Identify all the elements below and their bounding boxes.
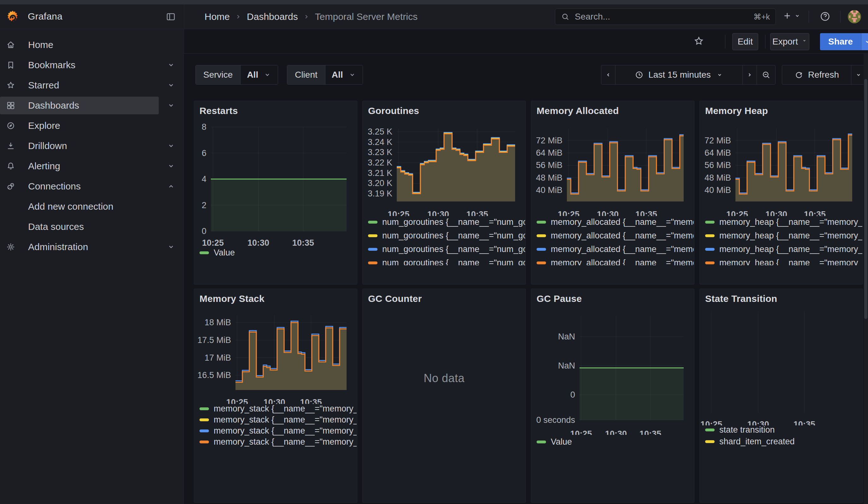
panel-title[interactable]: Memory Stack bbox=[199, 294, 265, 304]
sidebar-item-explore-link[interactable]: Explore bbox=[0, 117, 159, 134]
chart-plot[interactable]: 10:2510:3010:35NaNNaN00 seconds bbox=[531, 308, 694, 435]
legend-item[interactable]: memory_stack {__name__="memory_stack" bbox=[199, 425, 356, 436]
panel-title[interactable]: GC Pause bbox=[537, 294, 582, 304]
legend-item[interactable]: memory_allocated {__name__="memory_alloc… bbox=[537, 243, 694, 256]
refresh-button[interactable]: Refresh bbox=[782, 65, 851, 84]
legend-series-label[interactable]: memory_stack {__name__="memory_stack" bbox=[214, 437, 356, 447]
chart-plot[interactable]: 10:2510:3010:3586420 bbox=[194, 120, 357, 246]
legend-item[interactable]: memory_heap {__name__="memory_heap" bbox=[705, 229, 862, 243]
share-button[interactable]: Share bbox=[820, 33, 861, 50]
add-icon[interactable] bbox=[782, 11, 792, 21]
legend-item[interactable]: num_goroutines {__name__="num_goroutines… bbox=[368, 243, 525, 256]
legend-item[interactable]: num_goroutines {__name__="num_goroutines… bbox=[368, 256, 525, 265]
search-input[interactable] bbox=[574, 11, 749, 22]
legend-item[interactable]: shard_item_created bbox=[705, 436, 862, 448]
sidebar-item-data-sources-link[interactable]: Data sources bbox=[0, 218, 159, 236]
legend-series-label[interactable]: memory_allocated {__name__="memory_alloc… bbox=[551, 231, 694, 240]
sidebar-item-home-link[interactable]: Home bbox=[0, 36, 159, 54]
legend-item[interactable]: Value bbox=[199, 246, 356, 260]
edit-button[interactable]: Edit bbox=[732, 33, 758, 50]
filter-value-dropdown[interactable]: All bbox=[240, 65, 278, 84]
chevron-down-icon[interactable] bbox=[167, 162, 175, 171]
chart-plot[interactable]: 10:2510:3010:3572 MiB64 MiB56 MiB48 MiB4… bbox=[531, 120, 694, 216]
filter-value-dropdown[interactable]: All bbox=[326, 65, 363, 84]
legend-series-label[interactable]: Value bbox=[551, 437, 572, 447]
sidebar-item-add-new-connection-link[interactable]: Add new connection bbox=[0, 198, 159, 215]
legend-item[interactable]: memory_stack {__name__="memory_stack" bbox=[199, 403, 356, 414]
chart-plot[interactable]: 10:2510:3010:3572 MiB64 MiB56 MiB48 MiB4… bbox=[700, 120, 863, 216]
favorite-star-icon[interactable] bbox=[693, 35, 704, 47]
legend-series-label[interactable]: memory_stack {__name__="memory_stack" bbox=[214, 415, 356, 425]
sidebar-item-administration-link[interactable]: Administration bbox=[0, 238, 159, 256]
legend-series-label[interactable]: num_goroutines {__name__="num_goroutines… bbox=[382, 258, 525, 265]
chevron-up-icon[interactable] bbox=[167, 182, 175, 191]
legend-series-label[interactable]: memory_stack {__name__="memory_stack" bbox=[214, 426, 356, 436]
panel-title[interactable]: State Transition bbox=[705, 294, 777, 304]
legend-series-label[interactable]: memory_stack {__name__="memory_stack" bbox=[214, 404, 356, 414]
legend-item[interactable]: num_goroutines {__name__="num_goroutines… bbox=[368, 215, 525, 229]
legend-series-label[interactable]: memory_allocated {__name__="memory_alloc… bbox=[551, 258, 694, 265]
panel-title[interactable]: Memory Allocated bbox=[537, 105, 619, 116]
legend-item[interactable]: memory_allocated {__name__="memory_alloc… bbox=[537, 215, 694, 229]
legend-series-label[interactable]: num_goroutines {__name__="num_goroutines… bbox=[382, 231, 525, 240]
legend-series-label[interactable]: memory_allocated {__name__="memory_alloc… bbox=[551, 217, 694, 227]
panel-title[interactable]: Memory Heap bbox=[705, 105, 768, 116]
legend-series-label[interactable]: memory_allocated {__name__="memory_alloc… bbox=[551, 245, 694, 254]
legend-series-label[interactable]: memory_heap {__name__="memory_heap" bbox=[719, 217, 862, 227]
legend-series-label[interactable]: memory_heap {__name__="memory_heap" bbox=[719, 231, 862, 240]
compass-icon bbox=[6, 121, 16, 131]
sidebar-item-bookmarks-link[interactable]: Bookmarks bbox=[0, 56, 159, 74]
svg-text:40 MiB: 40 MiB bbox=[704, 185, 731, 195]
legend-item[interactable]: memory_stack {__name__="memory_stack" bbox=[199, 414, 356, 425]
search-box[interactable]: ⌘+k bbox=[555, 9, 776, 25]
avatar[interactable] bbox=[848, 10, 861, 23]
legend-item[interactable]: memory_heap {__name__="memory_heap" bbox=[705, 215, 862, 229]
sidebar-item-alerting-link[interactable]: Alerting bbox=[0, 157, 159, 175]
panel-title[interactable]: Goroutines bbox=[368, 105, 419, 116]
legend-series-label[interactable]: num_goroutines {__name__="num_goroutines… bbox=[382, 245, 525, 254]
legend-item[interactable]: memory_heap {__name__="memory_heap" bbox=[705, 256, 862, 265]
legend-item[interactable]: memory_heap {__name__="memory_heap" bbox=[705, 243, 862, 256]
export-button[interactable]: Export bbox=[770, 33, 809, 50]
time-range-picker[interactable]: Last 15 minutes bbox=[615, 65, 742, 84]
help-icon[interactable] bbox=[819, 11, 831, 22]
sidebar-item-connections-link[interactable]: Connections bbox=[0, 177, 159, 195]
breadcrumb-home[interactable]: Home bbox=[205, 11, 230, 22]
legend-item[interactable]: Value bbox=[537, 435, 694, 449]
panel-title[interactable]: Restarts bbox=[199, 105, 238, 116]
legend-item[interactable]: memory_stack {__name__="memory_stack" bbox=[199, 436, 356, 448]
chevron-down-icon[interactable] bbox=[167, 243, 175, 251]
legend-item[interactable]: num_goroutines {__name__="num_goroutines… bbox=[368, 229, 525, 243]
time-forward-button[interactable] bbox=[742, 65, 757, 84]
share-dropdown-button[interactable] bbox=[861, 33, 868, 50]
panel-memory-allocated: Memory Allocated10:2510:3010:3572 MiB64 … bbox=[531, 101, 694, 285]
legend-series-marker bbox=[368, 221, 378, 224]
legend-series-label[interactable]: shard_item_created bbox=[719, 437, 795, 446]
chevron-down-icon[interactable] bbox=[167, 142, 175, 150]
panel-title[interactable]: GC Counter bbox=[368, 294, 422, 304]
zoom-out-button[interactable] bbox=[757, 65, 775, 84]
legend-series-label[interactable]: state transition bbox=[719, 425, 775, 435]
legend-item[interactable]: memory_allocated {__name__="memory_alloc… bbox=[537, 256, 694, 265]
chevron-down-icon[interactable] bbox=[167, 61, 175, 70]
breadcrumb-dashboards[interactable]: Dashboards bbox=[247, 11, 298, 22]
legend-series-label[interactable]: num_goroutines {__name__="num_goroutines… bbox=[382, 217, 525, 227]
time-back-button[interactable] bbox=[601, 65, 615, 84]
scrollbar-thumb[interactable] bbox=[864, 79, 867, 319]
legend-item[interactable]: state transition bbox=[705, 424, 862, 436]
legend-series-label[interactable]: memory_heap {__name__="memory_heap" bbox=[719, 258, 862, 265]
legend-series-label[interactable]: Value bbox=[214, 248, 235, 258]
grafana-logo-icon[interactable] bbox=[6, 10, 20, 24]
chevron-down-icon[interactable] bbox=[167, 81, 175, 90]
chart-plot[interactable]: 10:2510:3010:353.25 K3.24 K3.23 K3.22 K3… bbox=[363, 120, 526, 216]
sidebar-item-starred-link[interactable]: Starred bbox=[0, 76, 159, 94]
chart-plot[interactable]: 10:2510:3010:3518 MiB17.5 MiB17 MiB16.5 … bbox=[194, 308, 357, 404]
sidebar-item-drilldown-link[interactable]: Drilldown bbox=[0, 137, 159, 155]
legend-item[interactable]: memory_allocated {__name__="memory_alloc… bbox=[537, 229, 694, 243]
sidebar-item-dashboards-link[interactable]: Dashboards bbox=[0, 96, 159, 114]
legend-series-label[interactable]: memory_heap {__name__="memory_heap" bbox=[719, 245, 862, 254]
chart-plot[interactable]: 10:2510:3010:35 bbox=[700, 308, 863, 425]
sidebar-toggle-icon[interactable] bbox=[165, 11, 176, 22]
chevron-down-icon[interactable] bbox=[794, 12, 801, 22]
chevron-down-icon[interactable] bbox=[167, 101, 175, 110]
